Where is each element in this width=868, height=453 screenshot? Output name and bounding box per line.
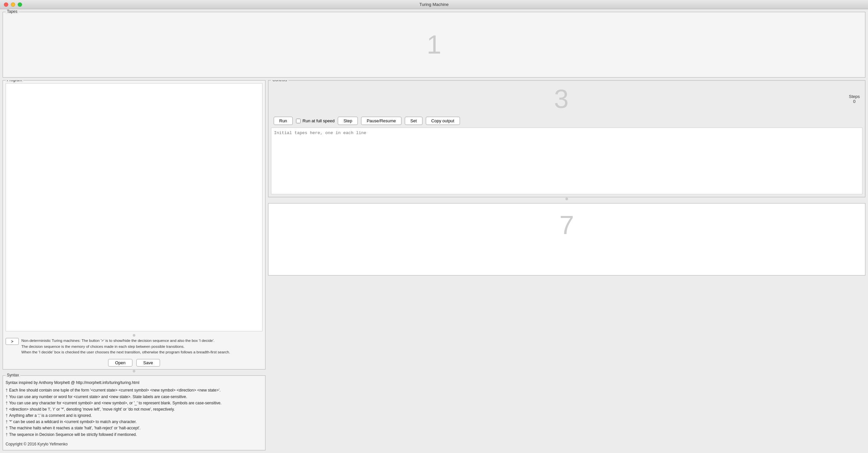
syntax-line-4: † Anything after a ';' is a comment and … xyxy=(6,413,262,419)
tapes-section: Tapes 1 xyxy=(3,12,865,78)
main-area: Program > Non-deterministic Turing machi… xyxy=(3,80,865,450)
pause-resume-button[interactable]: Pause/Resume xyxy=(361,117,401,125)
nd-help-text: Non-deterministic Turing machines: The b… xyxy=(21,338,230,355)
nd-help-line1: Non-deterministic Turing machines: The b… xyxy=(21,338,230,343)
steps-value: 0 xyxy=(849,99,860,104)
controls-placeholder-number: 3 xyxy=(274,84,849,114)
copy-output-button[interactable]: Copy output xyxy=(426,117,460,125)
left-panel: Program > Non-deterministic Turing machi… xyxy=(3,80,266,450)
resize-dot xyxy=(133,334,135,337)
initial-tapes-textarea[interactable] xyxy=(271,127,862,194)
output-section-bottom: 7 xyxy=(268,203,865,275)
run-full-speed-label[interactable]: Run at full speed xyxy=(296,118,335,123)
right-panel: Controls 3 Steps 0 Run Run at full speed xyxy=(268,80,865,450)
syntax-lines: † Each line should contain one tuple of … xyxy=(6,387,262,438)
steps-label: Steps xyxy=(849,94,860,99)
right-resize-handle xyxy=(268,197,865,201)
copyright: Copyright © 2016 Kyrylo Yefimenko xyxy=(6,441,262,447)
syntax-line-3: † <direction> should be 'l', 'r' or '*',… xyxy=(6,406,262,413)
minimize-button[interactable] xyxy=(11,2,15,7)
nd-toggle-button[interactable]: > xyxy=(6,338,19,345)
nd-help-line2: The decision sequence is the memory of c… xyxy=(21,344,230,350)
close-button[interactable] xyxy=(4,2,8,7)
program-textarea[interactable] xyxy=(6,83,262,331)
controls-row: Run Run at full speed Step Pause/Resume … xyxy=(269,115,865,127)
program-footer: > Non-deterministic Turing machines: The… xyxy=(3,337,265,358)
program-section: Program > Non-deterministic Turing machi… xyxy=(3,80,266,369)
syntax-line-2: † You can use any character for <current… xyxy=(6,400,262,406)
syntax-intro: Syntax inspired by Anthony Morphett @ ht… xyxy=(6,380,262,386)
syntax-label: Syntax xyxy=(6,373,20,378)
steps-block: Steps 0 xyxy=(849,94,860,104)
section7-placeholder: 7 xyxy=(269,204,865,247)
syntax-content: Syntax inspired by Anthony Morphett @ ht… xyxy=(6,380,262,447)
run-full-speed-text: Run at full speed xyxy=(303,118,335,123)
run-button[interactable]: Run xyxy=(274,117,293,125)
set-button[interactable]: Set xyxy=(405,117,423,125)
syntax-line-6: † The machine halts when it reaches a st… xyxy=(6,425,262,431)
syntax-line-5: † '*' can be used as a wildcard in <curr… xyxy=(6,419,262,425)
title-bar: Turing Machine xyxy=(0,0,868,9)
right-resize-dot xyxy=(565,198,568,200)
controls-section: Controls 3 Steps 0 Run Run at full speed xyxy=(268,80,865,197)
program-buttons: Open Save xyxy=(3,358,265,369)
save-button[interactable]: Save xyxy=(136,359,160,366)
syntax-line-1: † You can use any number or word for <cu… xyxy=(6,394,262,400)
nd-help-line3: When the 'I decide' box is checked the u… xyxy=(21,350,230,355)
syntax-line-7: † The sequence in Decision Sequence will… xyxy=(6,432,262,438)
program-label: Program xyxy=(6,80,23,82)
open-button[interactable]: Open xyxy=(108,359,132,366)
step-button[interactable]: Step xyxy=(338,117,358,125)
syntax-line-0: † Each line should contain one tuple of … xyxy=(6,387,262,393)
traffic-lights xyxy=(4,2,22,7)
run-full-speed-checkbox[interactable] xyxy=(296,119,301,123)
tape-placeholder-number: 1 xyxy=(3,12,865,77)
initial-tapes-container xyxy=(271,127,862,194)
tapes-label: Tapes xyxy=(6,9,19,14)
section-resize-dot xyxy=(133,370,135,372)
maximize-button[interactable] xyxy=(18,2,22,7)
window-title: Turing Machine xyxy=(419,2,448,7)
app-container: Tapes 1 Program > Non-deterministic Turi… xyxy=(0,9,868,453)
syntax-section: Syntax Syntax inspired by Anthony Morphe… xyxy=(3,375,266,450)
